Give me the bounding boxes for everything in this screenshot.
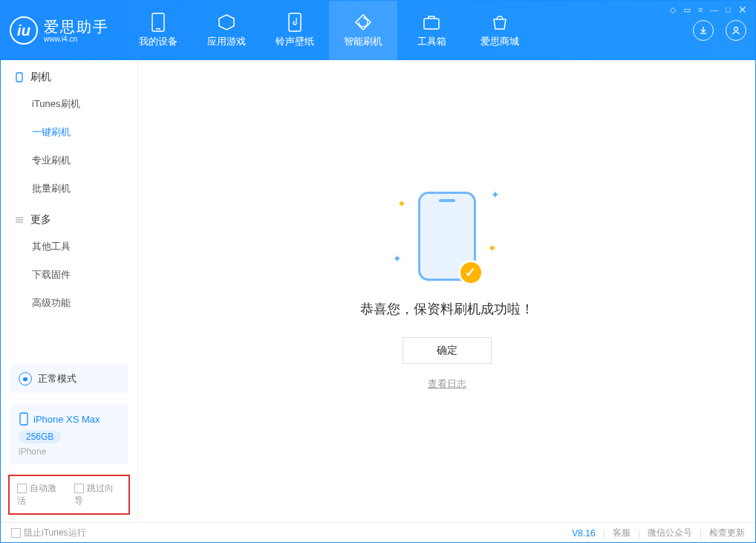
download-button[interactable] — [693, 20, 714, 41]
store-icon — [491, 13, 509, 31]
toolbox-icon — [423, 13, 440, 31]
sparkle-icon: ✦ — [488, 242, 497, 254]
tab-store[interactable]: 爱思商城 — [466, 1, 534, 60]
sidebar-item-itunes-flash[interactable]: iTunes刷机 — [1, 90, 137, 118]
menu-icon[interactable]: ≡ — [698, 5, 703, 14]
tab-toolbox[interactable]: 工具箱 — [397, 1, 466, 60]
sidebar-item-other-tools[interactable]: 其他工具 — [1, 233, 137, 261]
svg-point-4 — [734, 27, 738, 31]
mode-label: 正常模式 — [38, 372, 76, 386]
user-button[interactable] — [726, 20, 746, 41]
tab-apps[interactable]: 应用游戏 — [192, 1, 261, 60]
sidebar: 刷机 iTunes刷机 一键刷机 专业刷机 批量刷机 更多 其他工具 下载固件 … — [1, 60, 138, 522]
tab-ringtones[interactable]: 铃声壁纸 — [261, 1, 329, 60]
more-icon — [14, 215, 25, 225]
list-icon[interactable]: ▭ — [683, 5, 691, 15]
success-message: 恭喜您，保资料刷机成功啦！ — [360, 300, 534, 318]
success-check-icon: ✓ — [458, 260, 483, 285]
close-button[interactable]: ✕ — [738, 4, 747, 16]
mode-icon — [19, 372, 32, 386]
sidebar-item-batch-flash[interactable]: 批量刷机 — [1, 175, 137, 203]
support-link[interactable]: 客服 — [613, 527, 630, 539]
app-logo: iu 爱思助手 www.i4.cn — [10, 16, 109, 45]
sparkle-icon: ✦ — [491, 189, 500, 201]
maximize-button[interactable]: □ — [726, 5, 731, 14]
apps-icon — [218, 13, 235, 31]
logo-icon: iu — [10, 16, 38, 45]
device-icon — [149, 13, 167, 31]
svg-rect-6 — [20, 413, 27, 425]
sidebar-item-firmware[interactable]: 下载固件 — [1, 261, 137, 289]
svg-rect-1 — [156, 28, 160, 30]
device-capacity: 256GB — [19, 430, 61, 443]
ringtones-icon — [286, 13, 304, 31]
svg-rect-5 — [16, 73, 22, 82]
header-actions — [693, 20, 746, 41]
svg-rect-2 — [289, 13, 301, 31]
main-tabs: 我的设备 应用游戏 铃声壁纸 智能刷机 工具箱 爱思商城 — [124, 1, 534, 60]
app-domain: www.i4.cn — [44, 35, 109, 43]
header: iu 爱思助手 www.i4.cn 我的设备 应用游戏 铃声壁纸 智能刷机 工具… — [1, 1, 755, 60]
tab-flash[interactable]: 智能刷机 — [329, 1, 397, 60]
phone-icon — [14, 72, 25, 82]
shirt-icon[interactable]: ◇ — [670, 5, 676, 15]
sidebar-section-more: 更多 — [1, 203, 137, 233]
mode-card[interactable]: 正常模式 — [10, 365, 128, 393]
footer: 阻止iTunes运行 V8.16 | 客服 | 微信公众号 | 检查更新 — [1, 522, 755, 543]
flash-options-highlight: 自动激活 跳过向导 — [8, 475, 130, 515]
svg-rect-3 — [424, 19, 439, 29]
auto-activate-checkbox[interactable]: 自动激活 — [17, 482, 64, 507]
main-content: ✦ ✦ ✦ ✦ ✓ 恭喜您，保资料刷机成功啦！ 确定 查看日志 — [138, 60, 755, 522]
skip-guide-checkbox[interactable]: 跳过向导 — [74, 482, 121, 507]
window-controls: ◇ ▭ ≡ — □ ✕ — [670, 4, 747, 16]
sparkle-icon: ✦ — [397, 198, 406, 209]
tab-my-device[interactable]: 我的设备 — [124, 1, 192, 60]
wechat-link[interactable]: 微信公众号 — [648, 527, 692, 539]
check-update-link[interactable]: 检查更新 — [709, 527, 745, 539]
block-itunes-checkbox[interactable]: 阻止iTunes运行 — [11, 527, 86, 539]
sidebar-item-advanced[interactable]: 高级功能 — [1, 289, 137, 317]
device-type: iPhone — [19, 446, 120, 457]
sidebar-item-onekey-flash[interactable]: 一键刷机 — [1, 118, 137, 146]
device-card[interactable]: iPhone XS Max 256GB iPhone — [10, 405, 128, 464]
minimize-button[interactable]: — — [710, 5, 718, 14]
version-label: V8.16 — [572, 528, 595, 539]
app-name: 爱思助手 — [44, 19, 109, 35]
device-name: iPhone XS Max — [33, 414, 100, 425]
ok-button[interactable]: 确定 — [403, 337, 492, 364]
sidebar-item-pro-flash[interactable]: 专业刷机 — [1, 146, 137, 175]
flash-icon — [354, 13, 372, 31]
sidebar-section-flash: 刷机 — [1, 60, 137, 90]
sparkle-icon: ✦ — [393, 253, 402, 264]
view-log-link[interactable]: 查看日志 — [428, 377, 466, 391]
device-small-icon — [19, 412, 29, 426]
success-illustration: ✦ ✦ ✦ ✦ ✓ — [418, 192, 476, 281]
